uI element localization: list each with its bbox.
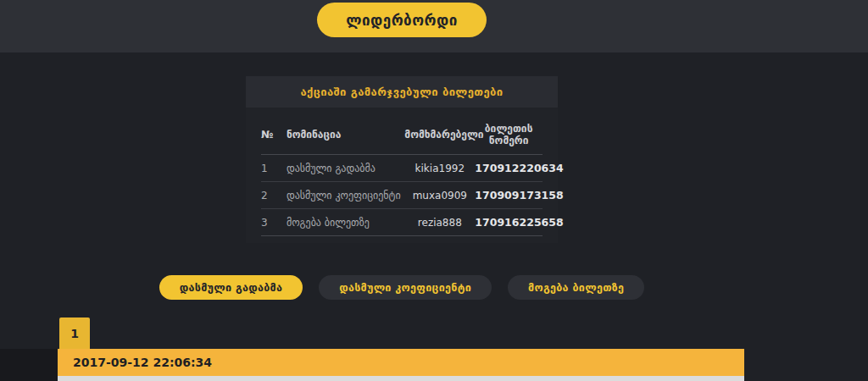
winners-table: № ნომინაცია მომხმარებელი ბილეთის ნომერი … <box>261 116 542 236</box>
row-user: kikia1992 <box>404 155 475 182</box>
grid-col-number: # <box>58 376 83 381</box>
filter-button-parlay[interactable]: დასმული გადაბმა <box>159 275 303 300</box>
ticket-detail-section: 1 2017-09-12 22:06:34 # თარიღი თამაში შე… <box>0 318 804 381</box>
col-header-no: № <box>261 116 287 155</box>
grid-col-date: თარიღი <box>83 376 167 381</box>
row-nomination: დასმული გადაბმა <box>287 155 404 182</box>
winners-table-header-row: № ნომინაცია მომხმარებელი ბილეთის ნომერი <box>261 116 542 155</box>
filter-button-coefficient[interactable]: დასმული კოეფიციენტი <box>319 275 492 300</box>
left-dark-strip <box>0 349 58 381</box>
col-header-user: მომხმარებელი <box>404 116 475 155</box>
col-header-ticket: ბილეთის ნომერი <box>475 116 542 155</box>
table-row: 1 დასმული გადაბმა kikia1992 170912220634 <box>261 155 542 182</box>
row-no: 2 <box>261 182 287 209</box>
grid-col-game: თამაში <box>167 376 476 381</box>
ticket-grid-header: # თარიღი თამაში შედეგი კოეფ სტატუსი <box>58 376 744 381</box>
col-header-nomination: ნომინაცია <box>287 116 404 155</box>
grid-col-coef: კოეფ <box>613 376 659 381</box>
ticket-date-bar[interactable]: 2017-09-12 22:06:34 <box>58 349 744 376</box>
leaderboard-button[interactable]: ლიდერბორდი <box>317 3 487 37</box>
ticket-tab-1[interactable]: 1 <box>59 318 90 349</box>
table-row: 2 დასმული კოეფიციენტი muxa0909 170909173… <box>261 182 542 209</box>
row-user: muxa0909 <box>404 182 475 209</box>
table-row: 3 მოგება ბილეთზე rezia888 170916225658 <box>261 209 542 236</box>
winning-tickets-panel: აქციაში გამარჯვებული ბილეთები № ნომინაცი… <box>246 76 558 243</box>
row-nomination: მოგება ბილეთზე <box>287 209 404 236</box>
row-ticket: 170916225658 <box>475 209 542 236</box>
top-header-bar: ლიდერბორდი <box>0 0 868 52</box>
row-ticket: 170912220634 <box>475 155 542 182</box>
grid-col-status: სტატუსი <box>659 376 744 381</box>
winning-tickets-panel-title: აქციაში გამარჯვებული ბილეთები <box>246 76 558 108</box>
main-content: აქციაში გამარჯვებული ბილეთები № ნომინაცი… <box>0 76 804 381</box>
row-no: 3 <box>261 209 287 236</box>
filter-button-win[interactable]: მოგება ბილეთზე <box>508 275 644 300</box>
winning-tickets-panel-body: № ნომინაცია მომხმარებელი ბილეთის ნომერი … <box>246 108 558 243</box>
row-nomination: დასმული კოეფიციენტი <box>287 182 404 209</box>
row-ticket: 170909173158 <box>475 182 542 209</box>
nomination-filter-buttons: დასმული გადაბმა დასმული კოეფიციენტი მოგე… <box>0 275 804 300</box>
row-user: rezia888 <box>404 209 475 236</box>
row-no: 1 <box>261 155 287 182</box>
grid-col-result: შედეგი <box>476 376 613 381</box>
